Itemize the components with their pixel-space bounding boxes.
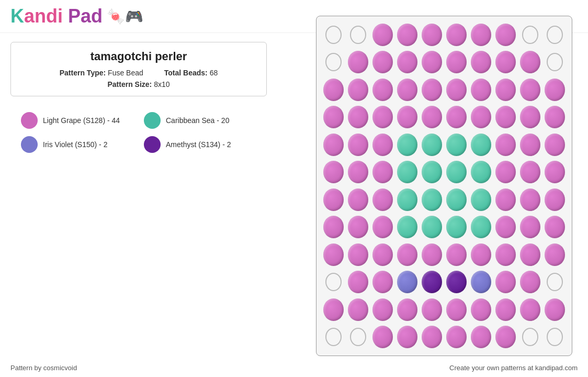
bead-cell-20 xyxy=(322,76,345,103)
bead-cell-115 xyxy=(445,324,468,351)
bead-cell-112 xyxy=(371,324,394,351)
bead-g xyxy=(446,243,466,266)
bead-g xyxy=(495,243,515,266)
bead-cell-117 xyxy=(494,324,517,351)
color-legend: Light Grape (S128) - 44 Caribbean Sea - … xyxy=(10,107,267,158)
bead-g xyxy=(545,161,564,183)
empty-peg xyxy=(547,53,563,71)
pattern-meta: Pattern Type: Fuse Bead Total Beads: 68 xyxy=(21,69,256,77)
bead-cell-119 xyxy=(543,324,567,351)
bead-cell-89 xyxy=(543,241,567,268)
bead-g xyxy=(372,134,392,156)
color-swatch-caribbean xyxy=(144,112,161,129)
bead-g xyxy=(520,271,540,293)
bead-g xyxy=(545,106,564,128)
bead-g xyxy=(348,216,368,238)
bead-cell-3 xyxy=(395,21,419,48)
bead-g xyxy=(520,79,540,101)
bead-cell-101 xyxy=(346,296,370,323)
empty-peg xyxy=(350,328,367,346)
bead-g xyxy=(372,271,392,293)
bead-i xyxy=(471,271,491,293)
bead-g xyxy=(348,271,368,293)
bead-g xyxy=(397,24,417,46)
bead-cell-91 xyxy=(346,269,370,296)
empty-peg xyxy=(325,328,342,346)
bead-cell-1 xyxy=(346,21,370,48)
bead-cell-48 xyxy=(518,131,542,158)
color-item-iris: Iris Violet (S150) - 2 xyxy=(21,136,133,153)
bead-cell-45 xyxy=(445,131,468,158)
bead-g xyxy=(495,24,515,46)
bead-g xyxy=(348,106,368,128)
bead-g xyxy=(495,134,515,156)
pattern-info-box: tamagotchi perler Pattern Type: Fuse Bea… xyxy=(10,42,267,96)
logo-pad: Pad xyxy=(68,5,103,27)
bead-cell-17 xyxy=(494,49,517,76)
bead-g xyxy=(545,79,564,101)
bead-panel xyxy=(316,16,572,356)
bead-cell-111 xyxy=(346,324,370,351)
bead-cell-30 xyxy=(322,104,345,131)
bead-g xyxy=(397,243,417,266)
bead-g xyxy=(471,24,491,46)
bead-g xyxy=(520,161,540,183)
bead-grid xyxy=(322,21,567,350)
bead-cell-4 xyxy=(420,21,444,48)
empty-peg xyxy=(547,273,563,291)
bead-cell-75 xyxy=(445,214,468,241)
bead-cell-42 xyxy=(371,131,394,158)
empty-peg xyxy=(325,26,342,44)
bead-cell-93 xyxy=(395,269,419,296)
bead-cell-113 xyxy=(395,324,419,351)
bead-g xyxy=(422,24,442,46)
left-panel: tamagotchi perler Pattern Type: Fuse Bea… xyxy=(10,42,267,158)
bead-cell-110 xyxy=(322,324,345,351)
bead-cell-103 xyxy=(395,296,419,323)
bead-cell-84 xyxy=(420,241,444,268)
bead-cell-49 xyxy=(543,131,567,158)
bead-cell-11 xyxy=(346,49,370,76)
bead-cell-19 xyxy=(543,49,567,76)
bead-cell-81 xyxy=(346,241,370,268)
bead-g xyxy=(495,79,515,101)
bead-cell-9 xyxy=(543,21,567,48)
footer-right: Create your own patterns at kandipad.com xyxy=(449,364,578,372)
color-label-iris: Iris Violet (S150) - 2 xyxy=(43,140,107,149)
logo: Kandi Pad 🍬🎮 xyxy=(10,5,143,27)
bead-cell-66 xyxy=(469,186,493,213)
bead-cell-64 xyxy=(420,186,444,213)
bead-g xyxy=(397,326,417,348)
bead-cell-90 xyxy=(322,269,345,296)
bead-cell-24 xyxy=(420,76,444,103)
bead-cell-50 xyxy=(322,159,345,186)
bead-c xyxy=(446,161,466,183)
bead-c xyxy=(422,216,442,238)
bead-cell-56 xyxy=(469,159,493,186)
bead-cell-60 xyxy=(322,186,345,213)
bead-cell-36 xyxy=(469,104,493,131)
bead-g xyxy=(372,51,392,73)
bead-cell-34 xyxy=(420,104,444,131)
bead-cell-77 xyxy=(494,214,517,241)
bead-g xyxy=(471,79,491,101)
bead-g xyxy=(323,79,343,101)
bead-cell-32 xyxy=(371,104,394,131)
bead-g xyxy=(348,51,368,73)
color-swatch-amethyst xyxy=(144,136,161,153)
bead-cell-58 xyxy=(518,159,542,186)
bead-g xyxy=(471,51,491,73)
bead-cell-109 xyxy=(543,296,567,323)
logo-emoji: 🍬🎮 xyxy=(107,8,143,25)
bead-cell-47 xyxy=(494,131,517,158)
bead-cell-94 xyxy=(420,269,444,296)
bead-g xyxy=(422,106,442,128)
bead-g xyxy=(495,51,515,73)
bead-g xyxy=(348,161,368,183)
bead-a xyxy=(446,271,466,293)
bead-g xyxy=(422,326,442,348)
bead-cell-31 xyxy=(346,104,370,131)
bead-g xyxy=(471,326,491,348)
bead-g xyxy=(545,216,564,238)
bead-cell-104 xyxy=(420,296,444,323)
